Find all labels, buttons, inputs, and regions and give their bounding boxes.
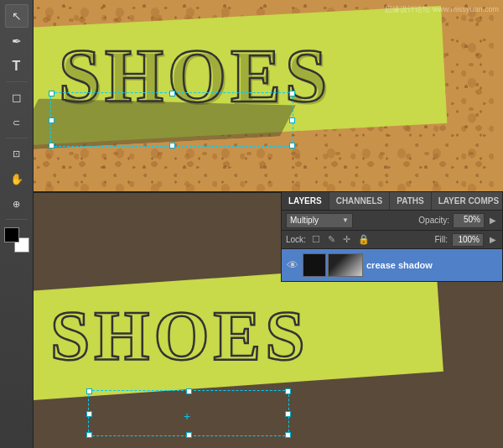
handle-top-right[interactable]	[289, 91, 295, 96]
shoes-text-bottom-area: SHOES	[34, 273, 436, 399]
canvas-bottom-area: SHOES	[34, 260, 503, 448]
lock-row: Lock: ☐ ✎ ✛ 🔒 Fill: 100% ▶	[282, 231, 502, 249]
fill-expand-button[interactable]: ▶	[488, 235, 498, 244]
hand-tool[interactable]: ✋	[5, 167, 29, 190]
bottom-handle-bottom-left[interactable]	[86, 432, 92, 438]
lock-position-button[interactable]: ✛	[341, 234, 352, 245]
lock-label: Lock:	[286, 235, 306, 244]
tab-layer-comps[interactable]: LAYER COMPS	[432, 192, 503, 210]
blend-mode-arrow: ▼	[342, 216, 349, 224]
handle-top-center[interactable]	[169, 91, 175, 96]
blend-mode-value: Multiply	[290, 216, 319, 225]
opacity-input[interactable]: 50%	[453, 213, 485, 228]
layer-visibility-toggle[interactable]: 👁	[286, 258, 299, 272]
layer-content-thumbnail	[328, 253, 363, 277]
pen-tool[interactable]: ✒	[5, 29, 29, 53]
blend-mode-select[interactable]: Multiply ▼	[286, 213, 353, 228]
lock-all-button[interactable]: 🔒	[356, 234, 371, 245]
shape-tool[interactable]: ◻	[5, 86, 29, 109]
layer-mask-thumbnail	[303, 253, 326, 277]
lasso-tool[interactable]: ⊂	[5, 111, 29, 134]
bottom-handle-bottom-right[interactable]	[285, 432, 291, 438]
blend-mode-row: Multiply ▼ Opacity: 50% ▶	[282, 211, 502, 231]
toolbar: ↖ ✒ T ◻ ⊂ ⊡ ✋ ⊕	[0, 0, 34, 448]
bottom-handle-bottom-center[interactable]	[186, 432, 192, 438]
tool-divider-2	[6, 138, 28, 138]
selection-tool[interactable]: ↖	[5, 4, 29, 28]
bottom-handle-top-center[interactable]	[186, 388, 192, 394]
bottom-handle-mid-right[interactable]	[285, 411, 291, 417]
selection-box-bottom[interactable]	[88, 390, 289, 436]
fill-input[interactable]: 100%	[452, 233, 484, 247]
bottom-handle-mid-left[interactable]	[86, 411, 92, 417]
lock-pixels-button[interactable]: ✎	[326, 234, 337, 245]
handle-mid-left[interactable]	[49, 117, 54, 123]
text-tool[interactable]: T	[5, 55, 29, 78]
tool-divider-3	[6, 219, 28, 220]
handle-top-left[interactable]	[49, 91, 54, 96]
layers-panel: LAYERS CHANNELS PATHS LAYER COMPS Multip…	[281, 191, 503, 282]
tab-channels[interactable]: CHANNELS	[329, 192, 391, 210]
lock-transparency-button[interactable]: ☐	[310, 234, 322, 245]
bottom-handle-top-left[interactable]	[86, 388, 92, 394]
shoes-text-bottom: SHOES	[50, 294, 309, 377]
bottom-center-cross	[184, 409, 194, 419]
tool-divider-1	[6, 81, 28, 82]
opacity-expand-button[interactable]: ▶	[488, 216, 498, 225]
handle-bottom-center[interactable]	[169, 143, 175, 148]
foreground-background-colors[interactable]	[4, 227, 29, 253]
tab-layers[interactable]: LAYERS	[282, 192, 329, 210]
bottom-handle-top-right[interactable]	[285, 388, 291, 394]
canvas-area: SHOES LAYERS CHANNELS PATHS LAYER COMPS …	[34, 0, 503, 448]
layer-thumbnails	[303, 253, 363, 277]
selection-box-top[interactable]	[50, 92, 293, 147]
panel-tabs: LAYERS CHANNELS PATHS LAYER COMPS	[282, 192, 502, 211]
handle-mid-right[interactable]	[289, 117, 295, 123]
crop-tool[interactable]: ⊡	[5, 142, 29, 165]
layer-name: crease shadow	[366, 260, 498, 270]
zoom-tool[interactable]: ⊕	[5, 192, 29, 216]
tab-paths[interactable]: PATHS	[390, 192, 431, 210]
opacity-label: Opacity:	[418, 216, 449, 225]
handle-bottom-right[interactable]	[289, 143, 295, 148]
handle-bottom-left[interactable]	[49, 143, 54, 148]
watermark: 思缘设计论坛 www.missyuan.com	[385, 4, 499, 15]
foreground-color[interactable]	[4, 227, 19, 242]
layer-item-crease-shadow[interactable]: 👁 crease shadow	[282, 249, 502, 281]
fill-label: Fill:	[434, 235, 448, 244]
